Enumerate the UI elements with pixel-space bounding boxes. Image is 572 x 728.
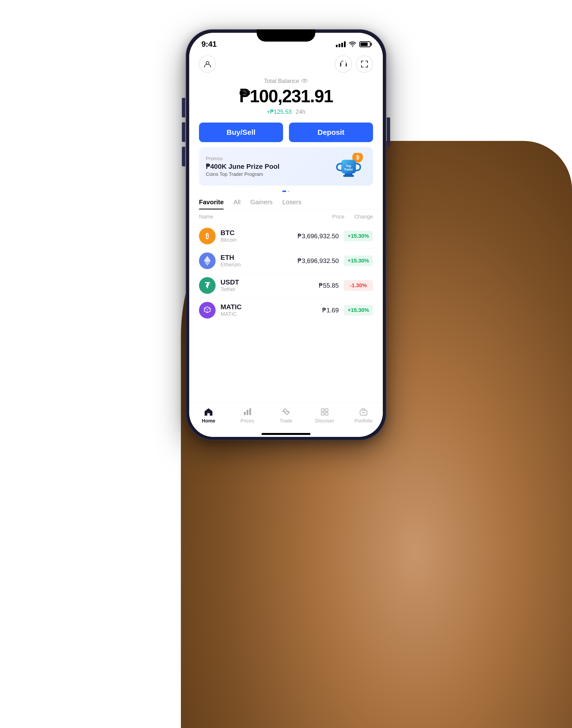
home-bar [262,433,310,435]
headset-icon [339,60,348,68]
svg-text:Trader: Trader [344,168,353,171]
matic-name: MATIC [220,311,322,317]
promo-subtitle: Coins Top Trader Program [206,172,332,177]
svg-rect-27 [321,413,324,415]
eth-change: +15.30% [344,255,373,266]
promo-banner[interactable]: Promos ₱400K June Prize Pool Coins Top T… [199,147,373,186]
svg-rect-6 [367,61,368,63]
col-right-headers: Price Change [332,214,373,220]
btc-icon: ₿ [199,228,216,244]
headset-button[interactable] [335,56,352,73]
eth-icon [199,252,216,269]
svg-rect-21 [244,412,246,415]
svg-rect-10 [367,65,368,67]
svg-point-11 [304,80,305,81]
signal-bars-icon [336,41,346,47]
usdt-icon: ₮ [199,277,216,294]
action-buttons: Buy/Sell Deposit [189,120,383,147]
coin-row-eth[interactable]: ETH Etherum ₱3,696,932.50 +15.30% [189,249,383,273]
nav-portfolio[interactable]: Portfolio [344,407,383,424]
tab-all[interactable]: All [233,196,240,209]
home-indicator [189,431,383,437]
matic-price: ₱1.69 [322,306,339,314]
col-change-header: Change [354,214,373,220]
usdt-price: ₱55.85 [319,282,339,289]
eth-symbol: ETH [220,254,297,261]
tabs-row: Favorite All Gainers Losers [199,196,373,209]
matic-change: +15.30% [344,305,373,315]
balance-section: Total Balance ₱100,231.91 +₱125.53 24h [189,75,383,120]
col-price-header: Price [332,214,344,220]
nav-home[interactable]: Home [189,407,228,424]
svg-text:↗: ↗ [356,164,359,168]
nav-trade-label: Trade [280,418,292,424]
coin-row-btc[interactable]: ₿ BTC Bitcoin ₱3,696,932.50 +15.30% [189,224,383,249]
nav-portfolio-label: Portfolio [354,418,372,424]
btc-change: +15.30% [344,231,373,241]
svg-rect-22 [246,410,248,415]
tab-gainers[interactable]: Gainers [250,196,273,209]
trophy-svg: ₿ Top Trader [332,153,366,180]
svg-text:Top: Top [346,164,351,168]
svg-rect-2 [346,65,347,67]
balance-change: +₱125.53 24h [199,108,373,115]
home-icon [203,407,214,417]
eth-info: ETH Etherum [220,254,297,268]
prices-icon [242,407,253,417]
eth-name: Etherum [220,261,297,268]
deposit-button[interactable]: Deposit [289,123,373,142]
svg-rect-8 [361,65,362,67]
svg-rect-23 [249,408,251,415]
battery-icon [359,41,371,47]
portfolio-icon [358,407,369,417]
bottom-nav: Home Prices [189,403,383,431]
nav-prices-label: Prices [240,418,254,424]
usdt-change: -1.30% [344,280,373,291]
eth-price: ₱3,696,932.50 [297,257,339,265]
promo-pagination [199,191,373,192]
svg-rect-16 [343,175,354,177]
nav-prices[interactable]: Prices [228,407,267,424]
top-nav [189,51,383,75]
svg-rect-26 [325,409,328,412]
svg-rect-25 [321,409,324,412]
market-table: ₿ BTC Bitcoin ₱3,696,932.50 +15.30% [189,224,383,403]
nav-discover[interactable]: Discover [305,407,344,424]
user-circle-icon [203,60,212,68]
coin-row-matic[interactable]: MATIC MATIC ₱1.69 +15.30% [189,298,383,323]
btc-price: ₱3,696,932.50 [297,232,339,240]
nav-trade[interactable]: Trade [267,407,305,424]
svg-rect-4 [361,61,362,63]
btc-name: Bitcoin [220,237,297,243]
usdt-name: Tether [220,286,319,293]
tab-favorite[interactable]: Favorite [199,196,224,209]
notch [257,29,315,42]
app-content: Total Balance ₱100,231.91 +₱125.53 24h [189,51,383,437]
dot-1 [288,191,290,192]
svg-text:₿: ₿ [356,155,359,161]
nav-right-icons [335,56,373,73]
promo-label: Promos [206,156,332,162]
coin-row-usdt[interactable]: ₮ USDT Tether ₱55.85 -1.30% [189,273,383,298]
market-tabs: Favorite All Gainers Losers [189,196,383,209]
matic-icon [199,302,216,318]
profile-button[interactable] [199,56,216,73]
btc-symbol: BTC [220,229,297,237]
eye-icon [301,78,308,84]
dot-active [282,191,286,192]
scan-icon [360,60,369,68]
matic-info: MATIC MATIC [220,303,322,317]
tab-losers[interactable]: Losers [282,196,301,209]
usdt-symbol: USDT [220,279,319,286]
balance-amount: ₱100,231.91 [199,86,373,106]
buy-sell-button[interactable]: Buy/Sell [199,123,283,142]
svg-rect-1 [340,65,341,67]
table-header: Name Price Change [189,209,383,224]
discover-icon [319,407,330,417]
promo-trophy-image: ₿ Top Trader [332,153,366,180]
status-icons [336,41,371,47]
usdt-info: USDT Tether [220,279,319,293]
svg-rect-28 [325,413,328,415]
btc-info: BTC Bitcoin [220,229,297,243]
scan-button[interactable] [356,56,373,73]
